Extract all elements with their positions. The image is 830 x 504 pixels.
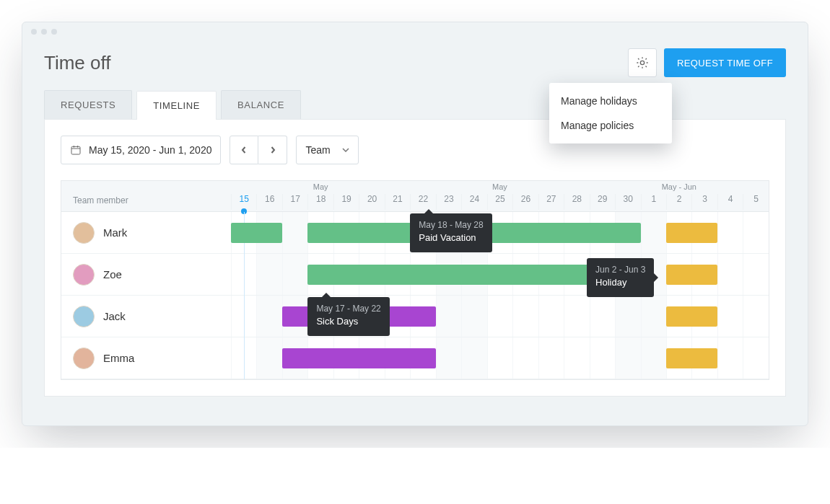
timeline-row: Mark xyxy=(61,212,769,254)
day-header: 29 xyxy=(590,194,615,210)
day-header: 19 xyxy=(333,194,359,210)
month-label: May xyxy=(410,181,589,194)
chevron-right-icon xyxy=(269,146,276,154)
menu-item-manage-holidays[interactable]: Manage holidays xyxy=(549,89,672,113)
day-header: 16 xyxy=(256,194,281,210)
day-header: 25 xyxy=(487,194,512,210)
date-range-text: May 15, 2020 - Jun 1, 2020 xyxy=(89,144,211,156)
timeline-grid: Team member MayMayMay - Jun 151617181920… xyxy=(61,180,769,380)
timeline-row: Jack xyxy=(61,296,769,337)
month-label: May - Jun xyxy=(590,181,769,194)
tab-timeline[interactable]: TIMELINE xyxy=(136,91,217,120)
svg-rect-1 xyxy=(71,146,80,154)
window-control-dot xyxy=(41,29,47,35)
day-header: 23 xyxy=(436,194,461,210)
prev-button[interactable] xyxy=(230,136,258,164)
avatar xyxy=(73,348,95,369)
avatar xyxy=(73,222,95,244)
member-name: Emma xyxy=(103,352,134,364)
settings-dropdown: Manage holidays Manage policies xyxy=(549,83,672,143)
window-control-dot xyxy=(31,29,37,35)
tabs: REQUESTSTIMELINEBALANCE xyxy=(44,90,786,120)
next-button[interactable] xyxy=(258,136,287,164)
app-window: Time off REQUEST TIME OFF Manage holiday… xyxy=(22,22,808,426)
day-header: 30 xyxy=(615,194,640,210)
menu-item-manage-policies[interactable]: Manage policies xyxy=(549,113,672,138)
date-nav xyxy=(230,136,287,164)
timeline-row: Zoe xyxy=(61,254,769,296)
day-header: 26 xyxy=(512,194,538,210)
day-header: 15 xyxy=(231,194,256,210)
day-header: 24 xyxy=(461,194,486,210)
day-header: 21 xyxy=(385,194,410,210)
tab-balance[interactable]: BALANCE xyxy=(221,90,301,119)
timeline-row: Emma xyxy=(61,337,769,379)
scope-select[interactable]: Team xyxy=(296,136,358,164)
chevron-down-icon xyxy=(342,148,349,152)
day-header: 18 xyxy=(307,194,333,210)
calendar-icon xyxy=(70,144,82,156)
chevron-left-icon xyxy=(240,146,248,154)
scope-label: Team xyxy=(305,144,330,156)
member-name: Zoe xyxy=(103,268,122,280)
member-name: Mark xyxy=(103,226,127,239)
page-title: Time off xyxy=(44,52,110,74)
date-range-picker[interactable]: May 15, 2020 - Jun 1, 2020 xyxy=(61,136,221,164)
day-header: 1 xyxy=(641,194,666,210)
day-header: 5 xyxy=(743,194,768,210)
day-header: 17 xyxy=(282,194,307,210)
day-header: 20 xyxy=(359,194,384,210)
avatar xyxy=(73,264,95,286)
member-name: Jack xyxy=(103,310,126,322)
day-header: 22 xyxy=(410,194,435,210)
window-control-dot xyxy=(51,29,57,35)
day-header: 2 xyxy=(666,194,691,210)
day-header: 4 xyxy=(717,194,743,210)
timeline-panel: May 15, 2020 - Jun 1, 2020 Team xyxy=(44,120,786,397)
svg-point-0 xyxy=(640,61,644,64)
day-header: 28 xyxy=(564,194,589,210)
month-label: May xyxy=(231,181,410,194)
tab-requests[interactable]: REQUESTS xyxy=(44,90,132,119)
request-time-off-button[interactable]: REQUEST TIME OFF xyxy=(664,48,786,77)
avatar xyxy=(73,306,95,327)
day-header: 3 xyxy=(691,194,717,210)
column-header-member: Team member xyxy=(61,181,231,211)
gear-icon xyxy=(635,56,650,70)
window-titlebar xyxy=(22,22,808,41)
settings-button[interactable] xyxy=(628,48,657,77)
day-header: 27 xyxy=(538,194,564,210)
